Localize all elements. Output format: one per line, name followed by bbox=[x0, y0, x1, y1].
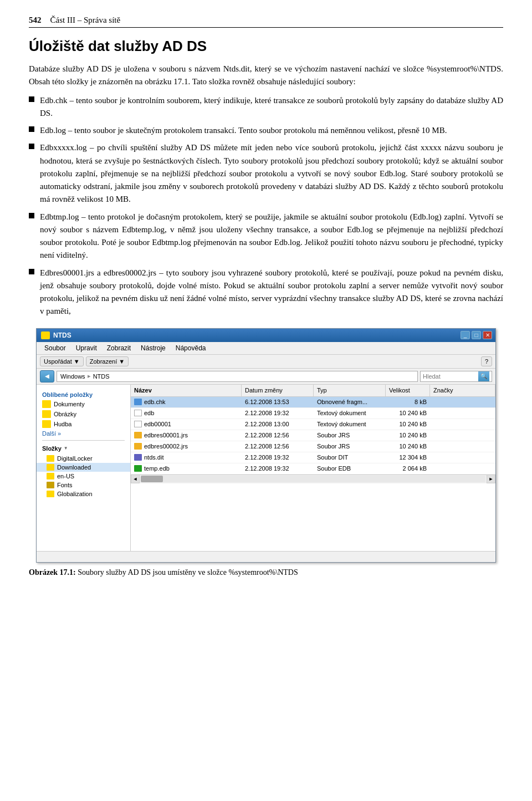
file-name-cell: edbres00002.jrs bbox=[131, 443, 242, 450]
sidebar-more-link[interactable]: Další » bbox=[37, 429, 130, 438]
list-item: Edbtmp.log – tento protokol je dočasným … bbox=[29, 211, 503, 262]
menu-zobrazit[interactable]: Zobrazit bbox=[103, 343, 135, 353]
table-row[interactable]: edb.chk 6.12.2008 13:53 Obnovené fragm..… bbox=[131, 397, 495, 408]
col-header-size[interactable]: Velikost bbox=[386, 385, 430, 396]
toolbar: Uspořádat ▼ Zobrazení ▼ ? bbox=[37, 355, 495, 369]
file-date-cell: 2.12.2008 19:32 bbox=[242, 465, 314, 472]
search-button[interactable]: 🔍 bbox=[478, 371, 489, 381]
bullet-text-edbres: Edbres00001.jrs a edbres00002.jrs – tyto… bbox=[40, 267, 503, 318]
col-header-date[interactable]: Datum změny bbox=[242, 385, 314, 396]
bullet-icon bbox=[29, 213, 34, 218]
scroll-left-button[interactable]: ◄ bbox=[131, 475, 140, 483]
file-name-cell: edb.chk bbox=[131, 399, 242, 405]
view-button[interactable]: Zobrazení ▼ bbox=[86, 356, 129, 366]
address-input[interactable]: Windows ▸ NTDS bbox=[57, 371, 418, 382]
sidebar-folder-globalization[interactable]: Globalization bbox=[37, 489, 130, 498]
sidebar-item-pictures[interactable]: Obrázky bbox=[37, 409, 130, 419]
file-icon bbox=[134, 399, 142, 405]
list-item: Edb.chk – tento soubor je kontrolním sou… bbox=[29, 94, 503, 120]
file-type-cell: Soubor JRS bbox=[314, 432, 386, 438]
list-item: Edbxxxxx.log – po chvíli spuštění služby… bbox=[29, 141, 503, 206]
page-number: 542 bbox=[29, 16, 42, 25]
table-row[interactable]: edb 2.12.2008 19:32 Textový dokument 10 … bbox=[131, 408, 495, 419]
file-size-cell: 10 240 kB bbox=[386, 421, 430, 427]
file-type-cell: Textový dokument bbox=[314, 421, 386, 427]
sidebar-folders-title[interactable]: Složky ▼ bbox=[37, 443, 130, 454]
figure-caption-text: Soubory služby AD DS jsou umístěny ve sl… bbox=[78, 568, 298, 576]
title-bar-controls[interactable]: _ □ ✕ bbox=[461, 331, 492, 339]
col-header-name[interactable]: Název bbox=[131, 385, 242, 396]
status-bar bbox=[37, 551, 495, 562]
file-list-header: Název Datum změny Typ Velikost Značky bbox=[131, 385, 495, 397]
file-type-cell: Soubor DIT bbox=[314, 454, 386, 461]
scroll-right-button[interactable]: ► bbox=[487, 475, 495, 483]
page-header: 542 Část III – Správa sítě bbox=[29, 16, 503, 28]
table-row[interactable]: temp.edb 2.12.2008 19:32 Soubor EDB 2 06… bbox=[131, 463, 495, 475]
file-date-cell: 2.12.2008 12:56 bbox=[242, 432, 314, 438]
bullet-icon bbox=[29, 269, 34, 274]
help-button[interactable]: ? bbox=[481, 356, 492, 366]
title-bar-text: NTDS bbox=[53, 331, 71, 339]
explorer-sidebar: Oblíbené položky Dokumenty Obrázky Hudba… bbox=[37, 385, 131, 551]
scrollbar-track bbox=[141, 476, 485, 482]
back-button[interactable]: ◄ bbox=[40, 370, 54, 382]
file-icon bbox=[134, 421, 142, 427]
file-name-cell: edb00001 bbox=[131, 421, 242, 427]
file-size-cell: 12 304 kB bbox=[386, 454, 430, 461]
folder-icon bbox=[47, 464, 54, 471]
bullet-icon bbox=[29, 144, 34, 149]
explorer-window: NTDS _ □ ✕ Soubor Upravit Zobrazit Nástr… bbox=[36, 328, 496, 563]
search-input[interactable] bbox=[423, 373, 478, 380]
close-button[interactable]: ✕ bbox=[483, 331, 492, 339]
folder-icon bbox=[42, 410, 51, 418]
bullet-text-edbxxxxx: Edbxxxxx.log – po chvíli spuštění služby… bbox=[40, 141, 503, 206]
file-icon bbox=[134, 465, 142, 472]
table-row[interactable]: ntds.dit 2.12.2008 19:32 Soubor DIT 12 3… bbox=[131, 452, 495, 463]
search-box[interactable]: 🔍 bbox=[420, 371, 492, 382]
sidebar-folder-label: Fonts bbox=[57, 482, 73, 488]
explorer-content: Název Datum změny Typ Velikost Značky ed… bbox=[131, 385, 495, 551]
sidebar-item-music[interactable]: Hudba bbox=[37, 419, 130, 429]
maximize-button[interactable]: □ bbox=[472, 331, 481, 339]
sidebar-divider bbox=[42, 440, 125, 441]
file-name: edb bbox=[144, 410, 154, 416]
chapter-heading: Úložiště dat služby AD DS bbox=[29, 38, 503, 55]
col-header-type[interactable]: Typ bbox=[314, 385, 386, 396]
file-name-cell: edb bbox=[131, 410, 242, 416]
sidebar-folders-label: Složky bbox=[42, 445, 62, 452]
sidebar-folder-label: Downloaded bbox=[57, 464, 91, 471]
explorer-main: Oblíbené položky Dokumenty Obrázky Hudba… bbox=[37, 385, 495, 551]
bullet-icon bbox=[29, 126, 34, 132]
minimize-button[interactable]: _ bbox=[461, 331, 470, 339]
sidebar-favorites-title: Oblíbené položky bbox=[37, 389, 130, 399]
file-size-cell: 2 064 kB bbox=[386, 465, 430, 472]
file-list: edb.chk 6.12.2008 13:53 Obnovené fragm..… bbox=[131, 397, 495, 475]
scrollbar-thumb[interactable] bbox=[141, 476, 163, 482]
sidebar-folder-fonts[interactable]: Fonts bbox=[37, 481, 130, 489]
table-row[interactable]: edbres00002.jrs 2.12.2008 12:56 Soubor J… bbox=[131, 441, 495, 452]
list-item: Edb.log – tento soubor je skutečným prot… bbox=[29, 124, 503, 137]
menu-soubor[interactable]: Soubor bbox=[40, 343, 70, 353]
address-bar: ◄ Windows ▸ NTDS 🔍 bbox=[37, 369, 495, 385]
sidebar-folder-downloaded[interactable]: Downloaded bbox=[37, 463, 130, 472]
col-header-tags[interactable]: Značky bbox=[430, 385, 495, 396]
file-name-cell: ntds.dit bbox=[131, 454, 242, 461]
table-row[interactable]: edb00001 2.12.2008 13:00 Textový dokumen… bbox=[131, 419, 495, 430]
sidebar-folder-en-us[interactable]: en-US bbox=[37, 472, 130, 481]
table-row[interactable]: edbres00001.jrs 2.12.2008 12:56 Soubor J… bbox=[131, 430, 495, 441]
menu-nastroje[interactable]: Nástroje bbox=[136, 343, 170, 353]
horizontal-scrollbar[interactable]: ◄ ► bbox=[131, 475, 495, 483]
menu-napoveda[interactable]: Nápověda bbox=[171, 343, 211, 353]
file-type-cell: Textový dokument bbox=[314, 410, 386, 416]
bullet-text-edbtmp: Edbtmp.log – tento protokol je dočasným … bbox=[40, 211, 503, 262]
figure-caption: Obrázek 17.1: Soubory služby AD DS jsou … bbox=[29, 568, 503, 577]
chevron-down-icon: ▼ bbox=[64, 446, 68, 451]
menu-upravit[interactable]: Upravit bbox=[71, 343, 101, 353]
organize-button[interactable]: Uspořádat ▼ bbox=[40, 356, 84, 366]
sidebar-item-label: Dokumenty bbox=[54, 401, 85, 407]
file-type-cell: Soubor JRS bbox=[314, 443, 386, 450]
folder-icon bbox=[42, 420, 51, 428]
sidebar-folder-digitallocker[interactable]: DigitalLocker bbox=[37, 454, 130, 463]
file-icon bbox=[134, 443, 142, 450]
sidebar-item-documents[interactable]: Dokumenty bbox=[37, 399, 130, 409]
